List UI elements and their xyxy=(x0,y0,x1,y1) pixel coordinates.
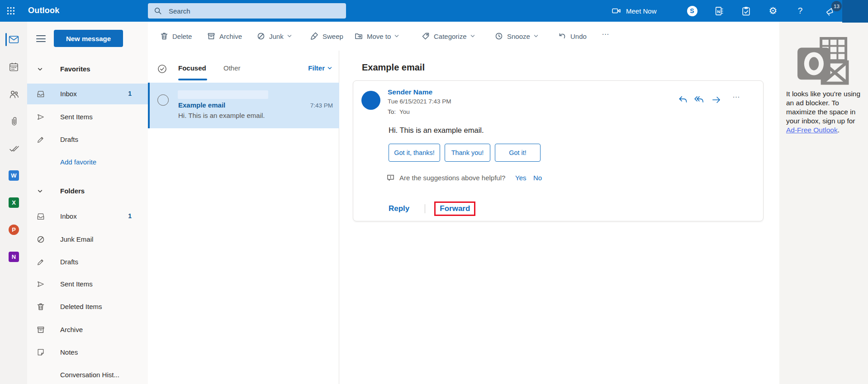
ad-free-outlook-link[interactable]: Ad-Free Outlook xyxy=(786,126,838,134)
move-to-button[interactable]: Move to xyxy=(354,31,399,42)
todo-icon xyxy=(741,6,751,16)
reply-all-button-icon[interactable] xyxy=(693,94,705,106)
section-label: Folders xyxy=(60,187,85,195)
sweep-button[interactable]: Sweep xyxy=(310,31,343,42)
settings-gear-icon[interactable]: ⚙ xyxy=(764,0,783,22)
folder-label: Sent Items xyxy=(60,113,93,121)
sidebar-item-inbox[interactable]: Inbox 1 xyxy=(27,206,148,227)
app-launcher-waffle-icon[interactable] xyxy=(0,0,22,22)
categorize-button[interactable]: Categorize xyxy=(421,31,475,42)
sidebar-item-sent-favorite[interactable]: Sent Items xyxy=(27,107,148,127)
trash-icon xyxy=(36,302,45,311)
tasks-icon[interactable] xyxy=(8,142,20,155)
send-icon xyxy=(36,280,45,289)
suggested-reply-2[interactable]: Thank you! xyxy=(445,144,490,162)
people-icon[interactable] xyxy=(8,88,20,100)
todo-button[interactable] xyxy=(736,0,755,22)
onenote-feed-button[interactable]: N xyxy=(709,0,728,22)
mail-icon[interactable] xyxy=(8,33,20,46)
archive-button[interactable]: Archive xyxy=(207,31,242,42)
folder-label: Sent Items xyxy=(60,280,93,288)
sidebar-item-inbox-favorite[interactable]: Inbox 1 xyxy=(27,84,148,104)
suggested-reply-3[interactable]: Got it! xyxy=(495,144,541,162)
reply-icon xyxy=(678,94,688,105)
chevron-down-icon xyxy=(394,33,399,39)
recipient-you[interactable]: You xyxy=(399,108,410,115)
reply-all-icon xyxy=(694,94,705,105)
app-title: Outlook xyxy=(28,6,59,15)
skype-button[interactable]: S xyxy=(683,0,702,22)
more-actions-ellipsis-icon[interactable]: … xyxy=(732,91,741,100)
sender-name-link[interactable]: Sender Name xyxy=(388,88,432,96)
sidebar-item-drafts[interactable]: Drafts xyxy=(27,252,148,272)
powerpoint-icon[interactable]: P xyxy=(8,224,20,236)
folder-label: Drafts xyxy=(60,258,78,266)
reply-link[interactable]: Reply xyxy=(389,204,409,213)
account-avatar-button[interactable] xyxy=(842,0,868,23)
outlook-adblock-graphic xyxy=(797,37,851,87)
unread-count: 1 xyxy=(128,90,132,97)
sidebar-item-drafts-favorite[interactable]: Drafts xyxy=(27,129,148,150)
svg-text:N: N xyxy=(717,9,720,14)
message-card: Sender Name Tue 6/15/2021 7:43 PM To:You… xyxy=(353,80,764,221)
unread-count: 1 xyxy=(128,212,132,220)
folder-label: Drafts xyxy=(60,136,78,143)
forward-link[interactable]: Forward xyxy=(440,204,470,213)
more-commands-ellipsis-icon[interactable]: … xyxy=(602,28,610,37)
sidebar-item-archive[interactable]: Archive xyxy=(27,319,148,340)
pencil-icon xyxy=(36,258,45,267)
delete-button[interactable]: Delete xyxy=(160,31,192,42)
message-select-checkbox[interactable] xyxy=(157,94,169,106)
add-favorite-button[interactable]: Add favorite xyxy=(27,152,148,173)
command-label: Delete xyxy=(172,33,192,40)
filter-button[interactable]: Filter xyxy=(308,64,332,72)
feedback-question: Are the suggestions above helpful? xyxy=(399,174,505,182)
forward-arrow-icon xyxy=(711,94,722,105)
email-list-item[interactable]: Example email 7:43 PM Hi. This is an exa… xyxy=(148,83,339,128)
calendar-icon[interactable] xyxy=(8,61,20,73)
excel-icon[interactable]: X xyxy=(8,197,20,209)
help-icon[interactable]: ? xyxy=(791,0,810,22)
junk-button[interactable]: Junk xyxy=(256,31,292,42)
meet-now-button[interactable]: Meet Now xyxy=(612,0,657,22)
whats-new-megaphone-button[interactable]: 13 xyxy=(820,0,841,22)
folder-label: Deleted Items xyxy=(60,303,102,310)
redacted-sender xyxy=(178,90,268,99)
folders-section-header[interactable]: Folders xyxy=(27,181,148,201)
chevron-down-icon xyxy=(287,33,292,39)
skype-icon: S xyxy=(687,6,697,16)
message-preview: Hi. This is an example email. xyxy=(178,112,265,119)
selected-item-bar xyxy=(148,83,150,128)
undo-button[interactable]: Undo xyxy=(558,31,587,42)
snooze-button[interactable]: Snooze xyxy=(494,31,539,42)
favorites-section-header[interactable]: Favorites xyxy=(27,59,148,80)
feedback-yes-link[interactable]: Yes xyxy=(515,174,526,182)
hamburger-menu-icon[interactable] xyxy=(36,35,46,42)
onenote-app-icon[interactable]: N xyxy=(8,251,20,263)
search-input[interactable]: Search xyxy=(148,3,346,19)
filter-label: Filter xyxy=(308,64,325,72)
tab-focused[interactable]: Focused xyxy=(178,64,206,72)
sidebar-item-conversation-history[interactable]: Conversation Hist... xyxy=(27,365,148,384)
new-message-button[interactable]: New message xyxy=(54,30,123,47)
outlook-web-app: { "colors": { "header_blue": "#0672c6", … xyxy=(0,0,868,384)
folder-label: Inbox xyxy=(60,212,77,220)
block-icon xyxy=(256,32,266,41)
sidebar-item-sent[interactable]: Sent Items xyxy=(27,274,148,295)
forward-button-icon[interactable] xyxy=(711,94,722,106)
tab-other[interactable]: Other xyxy=(223,64,241,72)
sidebar-item-deleted[interactable]: Deleted Items xyxy=(27,296,148,317)
word-icon[interactable]: W xyxy=(8,169,20,182)
reply-button-icon[interactable] xyxy=(677,94,689,106)
sidebar-item-junk[interactable]: Junk Email xyxy=(27,229,148,250)
reading-pane: Example email Sender Name Tue 6/15/2021 … xyxy=(339,51,779,384)
sidebar-item-notes[interactable]: Notes xyxy=(27,342,148,363)
command-label: Undo xyxy=(570,33,587,40)
attachments-icon[interactable] xyxy=(8,115,20,127)
suggested-reply-1[interactable]: Got it, thanks! xyxy=(389,144,440,162)
select-all-icon[interactable] xyxy=(157,64,167,74)
feedback-no-link[interactable]: No xyxy=(533,174,542,182)
add-favorite-label: Add favorite xyxy=(60,158,96,166)
send-icon xyxy=(36,112,45,122)
sender-avatar[interactable] xyxy=(361,91,380,110)
